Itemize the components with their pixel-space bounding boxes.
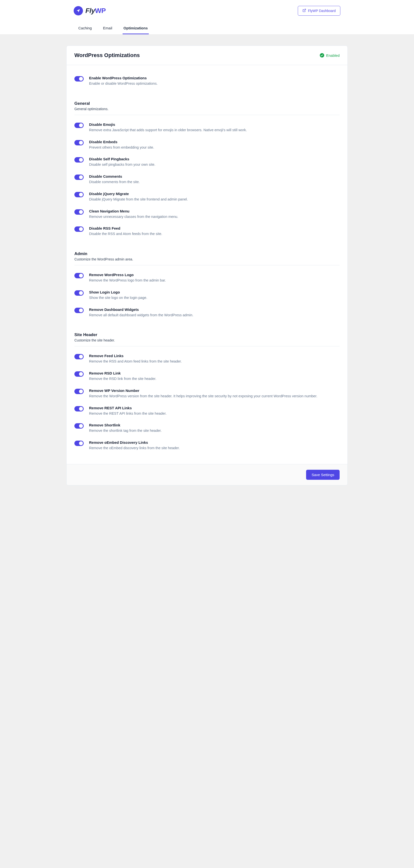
option-desc: Remove extra JavaScript that adds suppor…	[89, 127, 247, 133]
section-header: AdminCustomize the WordPress admin area.	[74, 251, 340, 265]
option-title: Remove REST API Links	[89, 406, 166, 410]
master-toggle-desc: Enable or disable WordPress optimization…	[89, 81, 158, 86]
topbar: FlyWP FlyWP Dashboard CachingEmailOptimi…	[0, 0, 414, 34]
option-title: Remove Shortlink	[89, 423, 162, 427]
option-toggle[interactable]	[74, 371, 84, 377]
option-desc: Remove the shortlink tag from the site h…	[89, 428, 162, 434]
section-desc: General optimizations.	[74, 107, 340, 111]
option-desc: Remove all default dashboard widgets fro…	[89, 313, 193, 318]
status-text: Enabled	[326, 53, 340, 58]
option-toggle[interactable]	[74, 441, 84, 446]
option-title: Disable Emojis	[89, 122, 247, 127]
dashboard-button[interactable]: FlyWP Dashboard	[298, 6, 340, 16]
option-desc: Remove the WordPress version from the si…	[89, 394, 317, 399]
section-site-header: Site HeaderCustomize the site header.Rem…	[74, 333, 340, 454]
option-row: Disable Self PingbacksDisable self pingb…	[74, 153, 340, 171]
option-title: Remove Feed Links	[89, 354, 182, 358]
option-desc: Prevent others from embedding your site.	[89, 145, 154, 150]
option-toggle[interactable]	[74, 273, 84, 278]
section-general: GeneralGeneral optimizations.Disable Emo…	[74, 101, 340, 240]
option-toggle[interactable]	[74, 209, 84, 215]
option-toggle[interactable]	[74, 140, 84, 146]
tab-email[interactable]: Email	[102, 23, 113, 34]
brand-prefix: Fly	[85, 7, 95, 14]
option-desc: Remove the oEmbed discovery links from t…	[89, 445, 180, 451]
section-desc: Customize the site header.	[74, 338, 340, 342]
option-desc: Remove the WordPress logo from the admin…	[89, 278, 166, 283]
option-row: Disable EmbedsPrevent others from embedd…	[74, 136, 340, 154]
option-toggle[interactable]	[74, 226, 84, 232]
section-title: Admin	[74, 251, 340, 256]
option-desc: Remove the RSD link from the site header…	[89, 376, 156, 382]
option-desc: Remove the RSS and Atom feed links from …	[89, 359, 182, 364]
option-desc: Disable jQuery Migrate from the site fro…	[89, 197, 188, 202]
option-title: Remove RSD Link	[89, 371, 156, 375]
section-admin: AdminCustomize the WordPress admin area.…	[74, 251, 340, 321]
option-title: Show Login Logo	[89, 290, 147, 294]
option-title: Remove Dashboard Widgets	[89, 307, 193, 312]
option-toggle[interactable]	[74, 423, 84, 429]
option-desc: Remove the REST API links from the site …	[89, 411, 166, 416]
option-desc: Remove unnecessary classes from the navi…	[89, 214, 178, 220]
tab-optimizations[interactable]: Optimizations	[123, 23, 149, 34]
card-footer: Save Settings	[67, 464, 347, 485]
card-title: WordPress Optimizations	[74, 52, 140, 59]
option-row: Disable EmojisRemove extra JavaScript th…	[74, 119, 340, 136]
option-row: Remove WP Version NumberRemove the WordP…	[74, 385, 340, 402]
option-desc: Disable comments from the site.	[89, 179, 140, 185]
option-row: Remove ShortlinkRemove the shortlink tag…	[74, 420, 340, 437]
status-badge: Enabled	[320, 53, 340, 58]
option-row: Disable RSS FeedDisable the RSS and Atom…	[74, 223, 340, 240]
brand-logo: FlyWP	[74, 6, 106, 16]
option-toggle[interactable]	[74, 175, 84, 180]
option-toggle[interactable]	[74, 123, 84, 128]
option-row: Remove oEmbed Discovery LinksRemove the …	[74, 437, 340, 454]
option-row: Remove WordPress LogoRemove the WordPres…	[74, 269, 340, 287]
option-row: Show Login LogoShow the site logo on the…	[74, 287, 340, 304]
brand-suffix: WP	[95, 7, 106, 14]
card-header: WordPress Optimizations Enabled	[67, 46, 347, 65]
option-desc: Disable the RSS and Atom feeds from the …	[89, 231, 162, 237]
section-title: General	[74, 101, 340, 106]
master-toggle-title: Enable WordPress Optimizations	[89, 76, 158, 80]
option-row: Disable CommentsDisable comments from th…	[74, 171, 340, 188]
option-title: Disable Self Pingbacks	[89, 157, 155, 161]
option-row: Remove REST API LinksRemove the REST API…	[74, 402, 340, 420]
dashboard-button-label: FlyWP Dashboard	[308, 9, 336, 13]
option-title: Remove WordPress Logo	[89, 273, 166, 277]
master-toggle[interactable]	[74, 76, 84, 82]
master-toggle-row: Enable WordPress Optimizations Enable or…	[74, 72, 340, 90]
option-row: Remove Dashboard WidgetsRemove all defau…	[74, 304, 340, 321]
option-desc: Disable self pingbacks from your own sit…	[89, 162, 155, 167]
option-title: Disable Embeds	[89, 140, 154, 144]
option-row: Remove RSD LinkRemove the RSD link from …	[74, 368, 340, 385]
option-desc: Show the site logo on the login page.	[89, 295, 147, 301]
brand-name: FlyWP	[85, 7, 106, 15]
option-row: Clean Navigation MenuRemove unnecessary …	[74, 206, 340, 223]
svg-line-0	[304, 9, 306, 11]
option-toggle[interactable]	[74, 354, 84, 359]
section-desc: Customize the WordPress admin area.	[74, 257, 340, 261]
option-toggle[interactable]	[74, 389, 84, 394]
tab-caching[interactable]: Caching	[77, 23, 93, 34]
option-toggle[interactable]	[74, 406, 84, 411]
save-button[interactable]: Save Settings	[306, 470, 340, 480]
optimizations-card: WordPress Optimizations Enabled Enable W…	[66, 45, 348, 486]
option-toggle[interactable]	[74, 290, 84, 296]
check-circle-icon	[320, 53, 324, 58]
section-header: GeneralGeneral optimizations.	[74, 101, 340, 115]
option-title: Remove oEmbed Discovery Links	[89, 440, 180, 444]
option-title: Disable RSS Feed	[89, 226, 162, 230]
tabs: CachingEmailOptimizations	[74, 23, 340, 34]
option-toggle[interactable]	[74, 157, 84, 162]
section-title: Site Header	[74, 333, 340, 337]
option-title: Disable jQuery Migrate	[89, 192, 188, 196]
option-row: Remove Feed LinksRemove the RSS and Atom…	[74, 350, 340, 368]
option-title: Remove WP Version Number	[89, 389, 317, 393]
option-toggle[interactable]	[74, 308, 84, 313]
external-link-icon	[302, 8, 306, 13]
option-title: Disable Comments	[89, 174, 140, 179]
section-header: Site HeaderCustomize the site header.	[74, 333, 340, 346]
option-toggle[interactable]	[74, 192, 84, 197]
option-row: Disable jQuery MigrateDisable jQuery Mig…	[74, 188, 340, 206]
